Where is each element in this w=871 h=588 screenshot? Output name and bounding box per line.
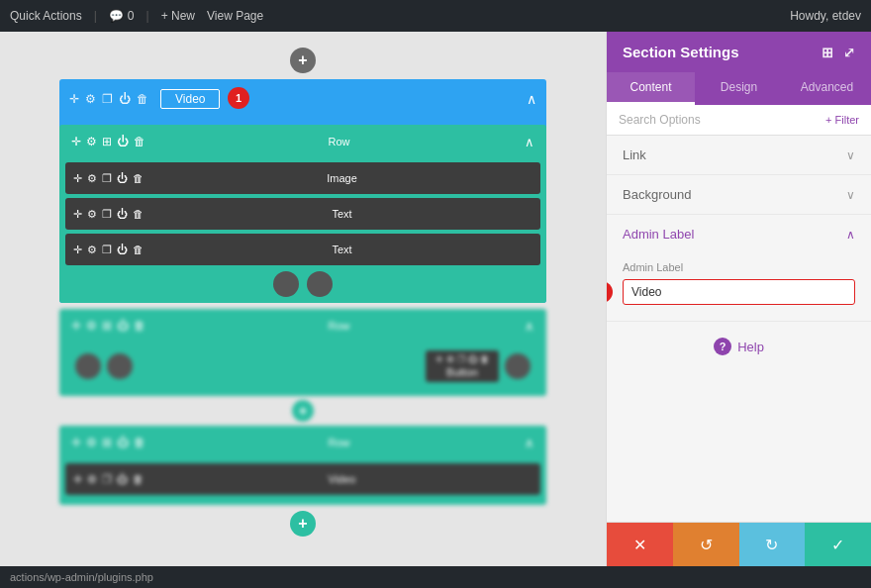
delete-icon[interactable]: 🗑 bbox=[137, 92, 148, 106]
add-section-top-button[interactable]: + bbox=[290, 48, 316, 73]
link-section-label: Link bbox=[623, 147, 646, 162]
comments-link[interactable]: 💬 0 bbox=[109, 9, 135, 23]
howdy-text: Howdy, etdev bbox=[790, 9, 861, 23]
help-label: Help bbox=[737, 340, 764, 354]
mod-del-icon-2[interactable]: 🗑 bbox=[133, 208, 144, 221]
row-col-icon[interactable]: ⊞ bbox=[102, 135, 112, 148]
panel-section-background-header[interactable]: Background ∨ bbox=[607, 175, 871, 214]
module-text-1: ✛ ⚙ ❐ ⏻ 🗑 Text bbox=[65, 198, 540, 230]
panel-header: Section Settings ⊞ ⤢ bbox=[607, 32, 871, 72]
panel-search-bar: Search Options + Filter bbox=[607, 105, 871, 136]
section-3-blurred: ✛⚙⊞⏻🗑 Row ∧ ✛⚙❐⏻🗑 Video bbox=[59, 426, 546, 505]
admin-label-section-label: Admin Label bbox=[623, 227, 694, 242]
badge-2: 2 bbox=[607, 281, 613, 303]
view-page-link[interactable]: View Page bbox=[207, 9, 263, 23]
module-text1-toolbar: ✛ ⚙ ❐ ⏻ 🗑 bbox=[73, 208, 144, 221]
panel-title: Section Settings bbox=[623, 44, 739, 60]
admin-label-chevron-icon: ∧ bbox=[846, 228, 855, 242]
comment-icon: 💬 bbox=[109, 9, 124, 23]
section-video: ✛ ⚙ ❐ ⏻ 🗑 Video ∧ ✛ bbox=[59, 79, 546, 303]
panel-body: Link ∨ Background ∨ Admin Label ∧ Admin … bbox=[607, 136, 871, 522]
section-name-label: Video bbox=[160, 89, 220, 109]
help-section[interactable]: ? Help bbox=[607, 322, 871, 371]
add-module-circle-2[interactable] bbox=[307, 271, 333, 297]
link-chevron-icon: ∨ bbox=[846, 148, 855, 162]
cancel-button[interactable]: ✕ bbox=[607, 523, 673, 566]
help-icon: ? bbox=[714, 338, 731, 355]
toggle-icon[interactable]: ⏻ bbox=[119, 92, 131, 106]
section-collapse-button[interactable]: ∧ bbox=[527, 91, 536, 107]
main-area: + ✛ ⚙ ❐ ⏻ 🗑 Video ∧ bbox=[0, 32, 871, 566]
admin-label-field-label: Admin Label bbox=[623, 261, 855, 273]
mod-toggle-icon-3[interactable]: ⏻ bbox=[117, 244, 128, 256]
section-video-toolbar: ✛ ⚙ ❐ ⏻ 🗑 bbox=[69, 92, 148, 106]
filter-button[interactable]: + Filter bbox=[825, 114, 859, 126]
mod-settings-icon[interactable]: ⚙ bbox=[87, 172, 97, 185]
module-image-toolbar: ✛ ⚙ ❐ ⏻ 🗑 bbox=[73, 172, 144, 185]
right-panel: Section Settings ⊞ ⤢ Content Design Adva… bbox=[606, 32, 871, 566]
drag-icon[interactable]: ✛ bbox=[69, 92, 79, 106]
panel-tabs: Content Design Advanced bbox=[607, 72, 871, 105]
section-video-header: ✛ ⚙ ❐ ⏻ 🗑 Video ∧ bbox=[59, 79, 546, 119]
sep1: | bbox=[94, 9, 97, 23]
bottom-url: actions/wp-admin/plugins.php bbox=[10, 571, 153, 583]
tab-design[interactable]: Design bbox=[695, 72, 783, 105]
mod-toggle-icon-2[interactable]: ⏻ bbox=[117, 208, 128, 221]
mod-dup-icon[interactable]: ❐ bbox=[102, 172, 112, 185]
mod-dup-icon-3[interactable]: ❐ bbox=[102, 244, 112, 256]
panel-actions: ✕ ↺ ↻ ✓ bbox=[607, 522, 871, 566]
row-delete-icon[interactable]: 🗑 bbox=[134, 135, 145, 148]
redo-button[interactable]: ↻ bbox=[739, 523, 806, 566]
mod-settings-icon-2[interactable]: ⚙ bbox=[87, 208, 97, 221]
module-text1-label: Text bbox=[151, 208, 532, 220]
quick-actions-link[interactable]: Quick Actions bbox=[10, 9, 82, 23]
search-options-text: Search Options bbox=[619, 113, 825, 127]
top-bar: Quick Actions | 💬 0 | + New View Page Ho… bbox=[0, 0, 871, 32]
row-collapse-1[interactable]: ∧ bbox=[525, 135, 534, 149]
row-drag-icon[interactable]: ✛ bbox=[71, 135, 81, 148]
panel-section-link-header[interactable]: Link ∨ bbox=[607, 136, 871, 174]
tab-advanced[interactable]: Advanced bbox=[783, 72, 871, 105]
row-label-1: Row bbox=[153, 136, 525, 147]
module-text2-label: Text bbox=[151, 244, 532, 255]
panel-section-admin-label-header[interactable]: Admin Label ∧ bbox=[607, 215, 871, 253]
settings-icon[interactable]: ⚙ bbox=[85, 92, 96, 106]
mod-dup-icon-2[interactable]: ❐ bbox=[102, 208, 112, 221]
module-image-label: Image bbox=[151, 172, 532, 184]
mod-del-icon-3[interactable]: 🗑 bbox=[133, 244, 144, 256]
new-link[interactable]: + New bbox=[161, 9, 195, 23]
add-section-bottom-button[interactable]: + bbox=[290, 511, 316, 537]
canvas: + ✛ ⚙ ❐ ⏻ 🗑 Video ∧ bbox=[0, 32, 606, 566]
row-toolbar-1: ✛ ⚙ ⊞ ⏻ 🗑 bbox=[71, 135, 145, 148]
sep2: | bbox=[146, 9, 149, 23]
panel-section-background: Background ∨ bbox=[607, 175, 871, 215]
panel-settings-icon[interactable]: ⊞ bbox=[822, 45, 833, 60]
reset-button[interactable]: ↺ bbox=[673, 523, 739, 566]
module-image: ✛ ⚙ ❐ ⏻ 🗑 Image bbox=[65, 162, 540, 194]
panel-expand-icon[interactable]: ⤢ bbox=[843, 45, 855, 60]
mod-drag-icon-2[interactable]: ✛ bbox=[73, 208, 82, 221]
admin-label-content: Admin Label 2 bbox=[607, 253, 871, 321]
mod-settings-icon-3[interactable]: ⚙ bbox=[87, 244, 97, 256]
panel-section-link: Link ∨ bbox=[607, 136, 871, 175]
panel-section-admin-label: Admin Label ∧ Admin Label 2 bbox=[607, 215, 871, 322]
row-settings-icon[interactable]: ⚙ bbox=[86, 135, 97, 148]
admin-label-input[interactable] bbox=[623, 279, 855, 305]
mod-toggle-icon[interactable]: ⏻ bbox=[117, 172, 128, 185]
duplicate-icon[interactable]: ❐ bbox=[102, 92, 113, 106]
save-button[interactable]: ✓ bbox=[805, 523, 871, 566]
tab-content[interactable]: Content bbox=[607, 72, 695, 105]
mod-drag-icon[interactable]: ✛ bbox=[73, 172, 82, 185]
panel-header-icons: ⊞ ⤢ bbox=[822, 45, 855, 60]
background-chevron-icon: ∨ bbox=[846, 188, 855, 202]
row-toggle-icon[interactable]: ⏻ bbox=[117, 135, 129, 148]
mod-del-icon[interactable]: 🗑 bbox=[133, 172, 144, 185]
background-section-label: Background bbox=[623, 187, 691, 202]
add-module-circle-1[interactable] bbox=[273, 271, 299, 297]
row-block-1: ✛ ⚙ ⊞ ⏻ 🗑 Row ∧ ✛ bbox=[59, 125, 546, 303]
mod-drag-icon-3[interactable]: ✛ bbox=[73, 244, 82, 256]
section-2-blurred: ✛⚙⊞⏻🗑 Row ∧ ✛⚙❐⏻🗑 Button bbox=[59, 309, 546, 422]
module-text-2: ✛ ⚙ ❐ ⏻ 🗑 Text bbox=[65, 234, 540, 265]
bottom-bar: actions/wp-admin/plugins.php bbox=[0, 566, 871, 588]
module-text2-toolbar: ✛ ⚙ ❐ ⏻ 🗑 bbox=[73, 244, 144, 256]
